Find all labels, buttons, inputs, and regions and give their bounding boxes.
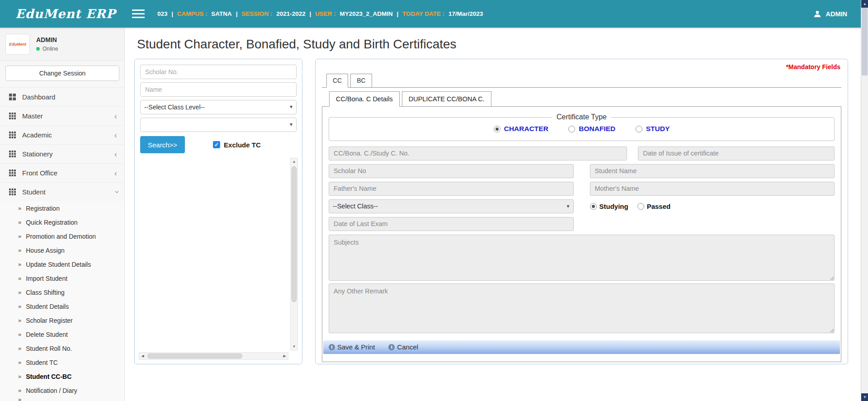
change-session-button[interactable]: Change Session — [5, 66, 119, 81]
sidebar-item-scholar-register[interactable]: » Scholar Register — [0, 313, 124, 327]
hamburger-menu-icon[interactable] — [132, 7, 145, 20]
mother-name-field[interactable] — [590, 182, 835, 196]
cert-class-select[interactable]: --Select Class-- — [329, 199, 574, 213]
dashboard-icon — [9, 94, 16, 101]
sidebar: EduMent ADMIN Online Change Session Dash… — [0, 28, 125, 401]
submenu-item-label: Scholar Register — [26, 317, 73, 324]
sidebar-item-student-cc-bc[interactable]: » Student CC-BC — [0, 369, 124, 383]
grid-icon — [9, 151, 16, 158]
sidebar-item-quick-registration[interactable]: » Quick Registration — [0, 215, 124, 229]
tab-cc[interactable]: CC — [326, 74, 348, 88]
class-select[interactable] — [140, 118, 297, 132]
sidebar-item-notification-diary[interactable]: » Notification / Diary — [0, 383, 124, 397]
scroll-up-icon[interactable]: ▲ — [861, 0, 868, 8]
sidebar-item-delete-student[interactable]: » Delete Student — [0, 327, 124, 341]
chevron-down-icon: ‹ — [111, 190, 120, 193]
sidebar-item-student-roll-no[interactable]: » Student Roll No. — [0, 341, 124, 355]
brand-logo-text: EduMent ERP — [15, 7, 116, 21]
passed-radio-option[interactable]: Passed — [637, 203, 671, 210]
exclude-tc-group: ✓ Exclude TC — [213, 141, 261, 149]
sidebar-item-house-assign[interactable]: » House Assign — [0, 243, 124, 257]
issue-date-input[interactable] — [638, 146, 835, 160]
header-user-menu[interactable]: ADMIN — [813, 0, 847, 28]
scholar-no-field[interactable] — [329, 164, 574, 178]
double-chevron-right-icon: » — [18, 233, 21, 240]
subjects-textarea[interactable] — [329, 235, 835, 281]
class-select-wrap: --Select Class-- ▾ — [329, 199, 574, 213]
sidebar-item-class-shifting[interactable]: » Class Shifting — [0, 285, 124, 299]
scroll-down-icon[interactable]: ▼ — [291, 343, 297, 350]
scroll-left-icon[interactable]: ◀ — [139, 353, 146, 359]
class-level-select-wrap: --Select Class Level-- ▾ — [140, 100, 297, 114]
sidebar-item-update-student-details[interactable]: » Update Student Details — [0, 257, 124, 271]
vertical-scroll-thumb[interactable] — [292, 166, 297, 302]
double-chevron-right-icon: » — [18, 303, 21, 310]
class-level-select[interactable]: --Select Class Level-- — [140, 100, 297, 114]
scroll-right-icon[interactable]: ▶ — [281, 353, 288, 359]
sidebar-item-master[interactable]: Master ‹ — [0, 106, 124, 125]
chevron-left-icon: ‹ — [114, 150, 117, 158]
student-name-field[interactable] — [590, 164, 835, 178]
submenu-item-label: Promotion and Demotion — [26, 233, 96, 240]
scroll-down-icon[interactable]: ▼ — [861, 393, 868, 401]
sidebar-item-promotion-and-demotion[interactable]: » Promotion and Demotion — [0, 229, 124, 243]
radio-passed[interactable] — [637, 203, 644, 210]
online-status-dot — [36, 47, 40, 51]
sidebar-item-label: Master — [22, 112, 114, 120]
mandatory-fields-note: *Mandatory Fields — [786, 63, 840, 71]
radio-studying[interactable] — [590, 203, 597, 210]
father-name-field[interactable] — [329, 182, 574, 196]
submenu-item-label: Quick Registration — [26, 219, 77, 226]
radio-bonafied[interactable] — [568, 126, 575, 132]
avatar-logo-text: EduMent — [9, 42, 26, 47]
profile-info: ADMIN Online — [36, 36, 58, 52]
sidebar-item-stationery[interactable]: Stationery ‹ — [0, 144, 124, 163]
search-button[interactable]: Search>> — [140, 136, 185, 153]
horizontal-scroll-thumb[interactable] — [147, 354, 242, 359]
name-input[interactable] — [140, 82, 297, 97]
sidebar-item-student[interactable]: Student ‹ — [0, 182, 124, 201]
sidebar-item-registration[interactable]: » Registration — [0, 201, 124, 215]
radio-study[interactable] — [636, 126, 642, 132]
user-label: USER : — [315, 10, 336, 17]
tab-duplicate-cc-bona[interactable]: DUPLICATE CC/BONA C. — [402, 91, 491, 107]
sidebar-item-dashboard[interactable]: Dashboard — [0, 87, 124, 106]
last-exam-date-input[interactable] — [329, 217, 574, 231]
info-icon: i — [329, 344, 335, 350]
sidebar-item-front-office[interactable]: Front Office ‹ — [0, 163, 124, 182]
tab-bc[interactable]: BC — [350, 74, 372, 88]
sidebar-item-student-details[interactable]: » Student Details — [0, 299, 124, 313]
sidebar-item-partial[interactable]: » — [0, 397, 124, 401]
separator: | — [310, 10, 311, 17]
exclude-tc-checkbox[interactable]: ✓ — [213, 141, 220, 148]
tab-cc-bona-details[interactable]: CC/Bona. C Details — [329, 91, 400, 107]
submenu-item-label: Notification / Diary — [26, 387, 77, 394]
double-chevron-right-icon: » — [18, 331, 21, 338]
save-and-print-button[interactable]: i Save & Print — [329, 343, 375, 351]
sidebar-item-label: Student — [22, 188, 114, 196]
cc-no-input[interactable] — [329, 146, 627, 160]
scroll-up-icon[interactable]: ▲ — [291, 158, 297, 165]
form-fields: --Select Class-- ▾ Studying Passed — [322, 146, 841, 335]
results-horizontal-scrollbar[interactable]: ◀ ▶ — [139, 352, 288, 360]
bonafied-radio-option[interactable]: BONAFIED — [568, 125, 615, 133]
session-label: SESSION : — [241, 10, 272, 17]
radio-character[interactable] — [494, 126, 500, 132]
top-header-bar: EduMent ERP 023 | CAMPUS : SATNA | SESSI… — [0, 0, 868, 28]
separator: | — [396, 10, 398, 17]
sidebar-item-student-tc[interactable]: » Student TC — [0, 355, 124, 369]
character-radio-option[interactable]: CHARACTER — [494, 125, 548, 133]
scholar-no-input[interactable] — [140, 65, 297, 79]
cancel-button[interactable]: i Cancel — [388, 343, 418, 351]
results-vertical-scrollbar[interactable]: ▲ ▼ — [290, 158, 298, 350]
bonafied-label: BONAFIED — [579, 125, 615, 133]
sidebar-item-academic[interactable]: Academic ‹ — [0, 125, 124, 144]
campus-value: SATNA — [211, 10, 232, 17]
sidebar-item-import-student[interactable]: » Import Student — [0, 271, 124, 285]
passed-label: Passed — [647, 203, 671, 210]
page-vertical-scrollbar[interactable]: ▲ ▼ — [861, 0, 868, 401]
study-radio-option[interactable]: STUDY — [636, 125, 670, 133]
studying-radio-option[interactable]: Studying — [590, 203, 628, 210]
remark-textarea[interactable] — [329, 283, 835, 333]
page-scroll-thumb[interactable] — [862, 8, 868, 75]
